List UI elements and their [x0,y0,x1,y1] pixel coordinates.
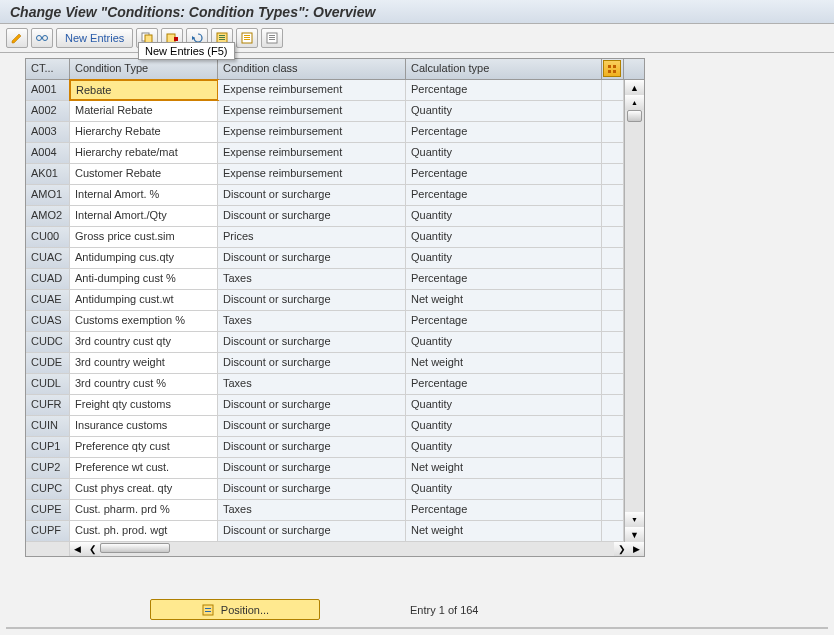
cell-condition-type[interactable]: Preference qty cust [70,437,218,457]
cell-condition-class[interactable]: Taxes [218,311,406,331]
table-row[interactable]: CUPFCust. ph. prod. wgtDiscount or surch… [26,521,644,542]
cell-condition-type[interactable]: Insurance customs [70,416,218,436]
cell-condition-class[interactable]: Expense reimbursement [218,143,406,163]
cell-condition-class[interactable]: Discount or surcharge [218,416,406,436]
table-row[interactable]: A001RebateExpense reimbursementPercentag… [26,80,644,101]
cell-ct[interactable]: AK01 [26,164,70,184]
cell-ct[interactable]: CUFR [26,395,70,415]
cell-calculation-type[interactable]: Quantity [406,143,602,163]
cell-condition-type[interactable]: Freight qty customs [70,395,218,415]
cell-condition-class[interactable]: Discount or surcharge [218,332,406,352]
cell-condition-type[interactable]: Antidumping cus.qty [70,248,218,268]
cell-ct[interactable]: CUAS [26,311,70,331]
hscroll-thumb[interactable] [100,543,170,553]
cell-calculation-type[interactable]: Net weight [406,290,602,310]
vscroll-step-up[interactable]: ▲ [625,95,644,110]
deselect-all-button[interactable] [261,28,283,48]
cell-ct[interactable]: CUDL [26,374,70,394]
col-header-ct[interactable]: CT... [26,59,70,79]
hscroll-step-left[interactable]: ❮ [85,542,100,556]
new-entries-button[interactable]: New Entries [56,28,133,48]
cell-condition-type[interactable]: Cust. ph. prod. wgt [70,521,218,541]
vscroll-up[interactable]: ▲ [625,80,644,95]
cell-ct[interactable]: CUAC [26,248,70,268]
cell-calculation-type[interactable]: Percentage [406,80,602,100]
vscroll-down[interactable]: ▼ [625,527,644,542]
cell-calculation-type[interactable]: Percentage [406,122,602,142]
cell-condition-class[interactable]: Discount or surcharge [218,353,406,373]
cell-ct[interactable]: A001 [26,80,70,100]
cell-condition-class[interactable]: Expense reimbursement [218,80,406,100]
cell-calculation-type[interactable]: Quantity [406,395,602,415]
table-row[interactable]: CUASCustoms exemption %TaxesPercentage [26,311,644,332]
col-header-settings[interactable] [602,59,624,79]
cell-condition-type[interactable]: Cust. pharm. prd % [70,500,218,520]
table-row[interactable]: A003Hierarchy RebateExpense reimbursemen… [26,122,644,143]
cell-ct[interactable]: CUPC [26,479,70,499]
cell-condition-type[interactable]: Customer Rebate [70,164,218,184]
table-row[interactable]: CUDE3rd country weightDiscount or surcha… [26,353,644,374]
cell-condition-type[interactable]: Material Rebate [70,101,218,121]
table-row[interactable]: CUADAnti-dumping cust %TaxesPercentage [26,269,644,290]
table-row[interactable]: CUDC3rd country cust qtyDiscount or surc… [26,332,644,353]
cell-calculation-type[interactable]: Percentage [406,185,602,205]
cell-calculation-type[interactable]: Quantity [406,206,602,226]
cell-condition-class[interactable]: Discount or surcharge [218,521,406,541]
cell-condition-type[interactable]: Antidumping cust.wt [70,290,218,310]
cell-ct[interactable]: CUDC [26,332,70,352]
table-row[interactable]: CUFRFreight qty customsDiscount or surch… [26,395,644,416]
col-header-condition-class[interactable]: Condition class [218,59,406,79]
cell-ct[interactable]: AMO1 [26,185,70,205]
col-header-condition-type[interactable]: Condition Type [70,59,218,79]
vscroll-thumb[interactable] [627,110,642,122]
cell-condition-class[interactable]: Taxes [218,374,406,394]
cell-condition-type[interactable]: Anti-dumping cust % [70,269,218,289]
cell-ct[interactable]: CU00 [26,227,70,247]
cell-ct[interactable]: CUP2 [26,458,70,478]
table-row[interactable]: CUAEAntidumping cust.wtDiscount or surch… [26,290,644,311]
cell-condition-class[interactable]: Discount or surcharge [218,458,406,478]
table-row[interactable]: CUINInsurance customsDiscount or surchar… [26,416,644,437]
select-block-button[interactable] [236,28,258,48]
cell-ct[interactable]: CUDE [26,353,70,373]
cell-ct[interactable]: CUAD [26,269,70,289]
cell-calculation-type[interactable]: Quantity [406,227,602,247]
cell-calculation-type[interactable]: Percentage [406,269,602,289]
cell-calculation-type[interactable]: Quantity [406,437,602,457]
cell-calculation-type[interactable]: Percentage [406,374,602,394]
cell-condition-class[interactable]: Taxes [218,500,406,520]
vscroll-track[interactable] [625,110,644,512]
cell-calculation-type[interactable]: Quantity [406,479,602,499]
cell-condition-type[interactable]: 3rd country weight [70,353,218,373]
cell-ct[interactable]: CUIN [26,416,70,436]
table-row[interactable]: AK01Customer RebateExpense reimbursement… [26,164,644,185]
cell-calculation-type[interactable]: Quantity [406,416,602,436]
cell-calculation-type[interactable]: Percentage [406,164,602,184]
cell-condition-type[interactable]: 3rd country cust qty [70,332,218,352]
hscroll-left[interactable]: ◀ [70,542,85,556]
cell-calculation-type[interactable]: Percentage [406,500,602,520]
cell-calculation-type[interactable]: Quantity [406,248,602,268]
table-row[interactable]: CUACAntidumping cus.qtyDiscount or surch… [26,248,644,269]
cell-condition-class[interactable]: Discount or surcharge [218,206,406,226]
position-button[interactable]: Position... [150,599,320,620]
cell-ct[interactable]: AMO2 [26,206,70,226]
cell-ct[interactable]: A004 [26,143,70,163]
cell-condition-type[interactable]: Customs exemption % [70,311,218,331]
cell-ct[interactable]: CUP1 [26,437,70,457]
cell-calculation-type[interactable]: Quantity [406,332,602,352]
cell-calculation-type[interactable]: Net weight [406,521,602,541]
cell-condition-type[interactable]: Internal Amort. % [70,185,218,205]
cell-calculation-type[interactable]: Net weight [406,353,602,373]
cell-condition-type[interactable]: Cust phys creat. qty [70,479,218,499]
toggle-change-button[interactable] [6,28,28,48]
cell-condition-class[interactable]: Prices [218,227,406,247]
cell-condition-class[interactable]: Taxes [218,269,406,289]
cell-ct[interactable]: CUPE [26,500,70,520]
cell-condition-type[interactable]: Gross price cust.sim [70,227,218,247]
table-row[interactable]: A002Material RebateExpense reimbursement… [26,101,644,122]
table-row[interactable]: CUPCCust phys creat. qtyDiscount or surc… [26,479,644,500]
col-header-calculation-type[interactable]: Calculation type [406,59,602,79]
cell-ct[interactable]: A003 [26,122,70,142]
table-row[interactable]: AMO2Internal Amort./QtyDiscount or surch… [26,206,644,227]
